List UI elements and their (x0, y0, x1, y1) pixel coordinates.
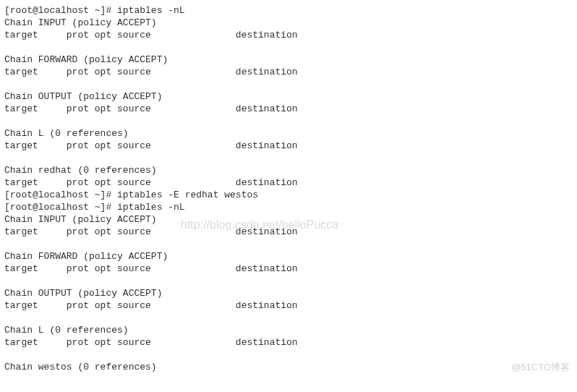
terminal-line (4, 41, 573, 54)
terminal-line: Chain L (0 references) (4, 127, 573, 140)
terminal-line (4, 275, 573, 287)
terminal-line: Chain OUTPUT (policy ACCEPT) (4, 287, 573, 299)
terminal-line: target prot opt source destination (4, 299, 573, 312)
terminal-line: Chain redhat (0 references) (4, 164, 573, 176)
terminal-line (4, 349, 573, 361)
terminal-line: [root@localhost ~]# iptables -E redhat w… (4, 189, 573, 201)
terminal-line (4, 78, 573, 90)
terminal-line: target prot opt source destination (4, 66, 573, 78)
terminal-line: target prot opt source destination (4, 176, 573, 189)
terminal-line: target prot opt source destination (4, 336, 573, 349)
terminal-line: target prot opt source destination (4, 263, 573, 275)
terminal-line: Chain FORWARD (policy ACCEPT) (4, 250, 573, 263)
terminal-line (4, 312, 573, 324)
terminal-line: target prot opt source destination (4, 226, 573, 238)
terminal-line: Chain OUTPUT (policy ACCEPT) (4, 90, 573, 103)
terminal-line: Chain westos (0 references) (4, 361, 573, 373)
terminal-line (4, 152, 573, 164)
terminal-line: Chain FORWARD (policy ACCEPT) (4, 54, 573, 66)
terminal-line: target prot opt source destination (4, 29, 573, 41)
terminal-line (4, 238, 573, 250)
terminal-line: Chain L (0 references) (4, 324, 573, 336)
terminal-line: target prot opt source destination (4, 103, 573, 115)
terminal-line: Chain INPUT (policy ACCEPT) (4, 213, 573, 226)
terminal-line (4, 115, 573, 127)
terminal-line: [root@localhost ~]# iptables -nL (4, 4, 573, 17)
terminal-line: target prot opt source destination (4, 140, 573, 152)
terminal-line: Chain INPUT (policy ACCEPT) (4, 17, 573, 29)
terminal-line: [root@localhost ~]# iptables -nL (4, 201, 573, 213)
